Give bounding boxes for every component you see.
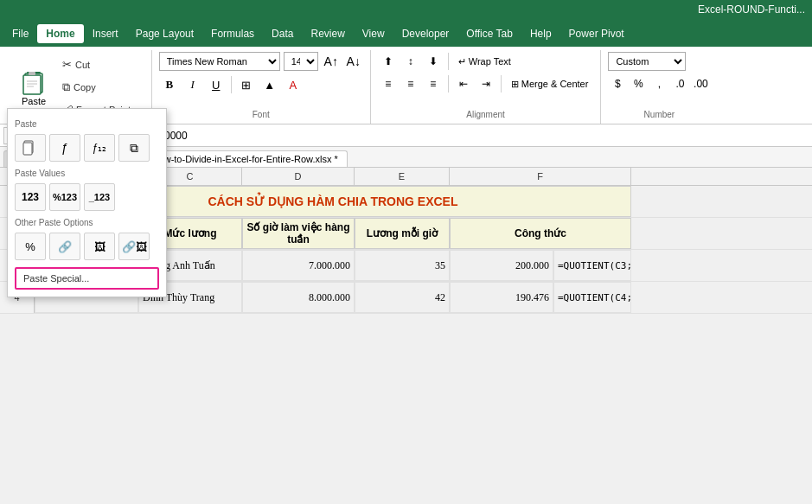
font-size-select[interactable]: 14 — [284, 52, 318, 71]
values-src-icon: _123 — [89, 192, 110, 202]
menu-page-layout[interactable]: Page Layout — [127, 24, 202, 43]
merge-icon: ⊞ — [511, 79, 519, 90]
cell-d3[interactable]: 7.000.000 — [242, 250, 355, 281]
cell-g4[interactable]: =QUOTIENT(C4;D4) — [553, 282, 631, 313]
menu-review[interactable]: Review — [302, 24, 353, 43]
font-grow-button[interactable]: A↑ — [322, 52, 341, 71]
paste-section-1-title: Paste — [15, 119, 159, 129]
paste-dropdown: Paste ƒ ƒ₁₂ ⧉ Paste Values 123 %123 _123 — [7, 108, 167, 297]
paste-icon-btn-1[interactable] — [15, 134, 46, 162]
wrap-text-label: Wrap Text — [469, 56, 511, 67]
border-button[interactable]: ⊞ — [236, 74, 257, 95]
align-left-button[interactable]: ≡ — [378, 74, 399, 93]
number-row-2: $ % , .0 .00 — [608, 74, 710, 93]
paste-icon-btn-3[interactable]: ƒ₁₂ — [84, 134, 115, 162]
menu-data[interactable]: Data — [263, 24, 302, 43]
align-right-button[interactable]: ≡ — [423, 74, 444, 93]
align-top-button[interactable]: ⬆ — [378, 52, 399, 71]
number-section-label: Number — [608, 110, 710, 122]
italic-button[interactable]: I — [182, 74, 203, 95]
paste-icon-btn-4[interactable]: ⧉ — [118, 134, 150, 162]
linked-picture-icon: 🔗🖼 — [122, 240, 147, 253]
paste-label: Paste — [22, 96, 46, 106]
wrap-text-button[interactable]: ↵ Wrap Text — [453, 52, 516, 71]
menu-home[interactable]: Home — [37, 24, 83, 43]
fill-color-button[interactable]: ▲ — [259, 74, 280, 95]
keep-src-icon: ⧉ — [130, 141, 138, 156]
menu-power-pivot[interactable]: Power Pivot — [560, 24, 633, 43]
increase-decimal-button[interactable]: .00 — [691, 74, 710, 93]
font-color-button[interactable]: A — [283, 74, 304, 95]
paste-special-button[interactable]: Paste Special... — [15, 267, 159, 290]
font-shrink-button[interactable]: A↓ — [344, 52, 363, 71]
cell-f3[interactable]: 200.000 — [450, 250, 553, 281]
align-bottom-button[interactable]: ⬇ — [423, 52, 444, 71]
paste-other-btn-2[interactable]: 🔗 — [49, 233, 80, 260]
font-section-label: Font — [159, 110, 363, 122]
col-header-F: F — [450, 168, 631, 185]
cut-button[interactable]: ✂ Cut — [59, 56, 143, 73]
paste-other-btn-4[interactable]: 🔗🖼 — [118, 233, 150, 260]
alignment-section-label: Alignment — [378, 110, 594, 122]
link-icon: 🔗 — [58, 240, 72, 253]
paste-other-btn-3[interactable]: 🖼 — [84, 233, 115, 260]
underline-button[interactable]: U — [206, 74, 227, 95]
number-format-select[interactable]: Custom — [608, 52, 686, 71]
comma-button[interactable]: , — [649, 74, 668, 93]
percent-button[interactable]: % — [629, 74, 648, 93]
align-middle-button[interactable]: ↕ — [400, 52, 421, 71]
title-bar: Excel-ROUND-Functi... — [0, 0, 812, 21]
copy-button[interactable]: ⧉ Copy — [59, 79, 143, 96]
menu-file[interactable]: File — [3, 24, 37, 43]
picture-icon: 🖼 — [94, 240, 105, 253]
copy-label: Copy — [74, 82, 96, 93]
paste-values-btn-3[interactable]: _123 — [84, 183, 115, 211]
decrease-decimal-button[interactable]: .0 — [670, 74, 689, 93]
cell-f4[interactable]: 190.476 — [450, 282, 553, 313]
merge-center-button[interactable]: ⊞ Merge & Center — [506, 74, 594, 93]
svg-rect-3 — [29, 72, 35, 75]
menu-view[interactable]: View — [354, 24, 393, 43]
number-group: Custom $ % , .0 .00 Number — [601, 50, 717, 124]
paste-icons-row-3: % 🔗 🖼 🔗🖼 — [15, 233, 159, 260]
formatting-icon: % — [25, 240, 35, 253]
align-divider — [448, 53, 449, 70]
menu-developer[interactable]: Developer — [393, 24, 458, 43]
cell-e3[interactable]: 35 — [355, 250, 450, 281]
align-center-button[interactable]: ≡ — [400, 74, 421, 93]
cell-d4[interactable]: 8.000.000 — [242, 282, 355, 313]
accounting-button[interactable]: $ — [608, 74, 627, 93]
font-name-select[interactable]: Times New Roman — [159, 52, 280, 71]
col-header-cell-sg[interactable]: Số giờ làm việc hàng tuần — [242, 218, 355, 249]
align-row-1: ⬆ ↕ ⬇ ↵ Wrap Text — [378, 52, 594, 71]
svg-rect-9 — [26, 141, 30, 144]
menu-insert[interactable]: Insert — [84, 24, 127, 43]
cell-e4[interactable]: 42 — [355, 282, 450, 313]
align-row-2: ≡ ≡ ≡ ⇤ ⇥ ⊞ Merge & Center — [378, 74, 594, 93]
paste-special-label: Paste Special... — [23, 273, 89, 284]
col-header-D: D — [242, 168, 355, 185]
cell-g3[interactable]: =QUOTIENT(C3;D3) — [553, 250, 631, 281]
bold-button[interactable]: B — [159, 74, 180, 95]
col-header-cell-ct[interactable]: Công thức — [450, 218, 631, 249]
col-header-E: E — [355, 168, 450, 185]
menu-help[interactable]: Help — [521, 24, 560, 43]
paste-other-btn-1[interactable]: % — [15, 233, 46, 260]
copy-icon: ⧉ — [62, 80, 70, 94]
paste-icon — [20, 68, 48, 96]
font-row-1: Times New Roman 14 A↑ A↓ — [159, 52, 363, 71]
paste-values-btn-2[interactable]: %123 — [49, 183, 80, 211]
paste-icon-btn-2[interactable]: ƒ — [49, 134, 80, 162]
formula-input[interactable] — [144, 130, 809, 142]
increase-indent-button[interactable]: ⇥ — [476, 74, 496, 93]
scissors-icon: ✂ — [62, 58, 72, 71]
align-divider-3 — [501, 75, 502, 93]
decrease-indent-button[interactable]: ⇤ — [453, 74, 474, 93]
paste-icons-row-1: ƒ ƒ₁₂ ⧉ — [15, 134, 159, 162]
col-header-cell-lg[interactable]: Lương mỗi giờ — [355, 218, 450, 249]
menu-formulas[interactable]: Formulas — [202, 24, 263, 43]
menu-office-tab[interactable]: Office Tab — [457, 24, 521, 43]
paste-values-btn-1[interactable]: 123 — [15, 183, 46, 211]
formula-icon: ƒ — [61, 141, 68, 155]
paste-section-2-title: Paste Values — [15, 169, 159, 178]
